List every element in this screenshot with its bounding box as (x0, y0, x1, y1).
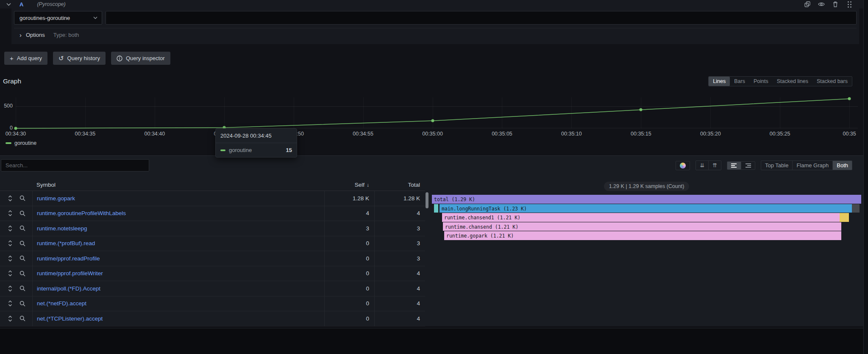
y-axis-label: 500 (4, 103, 13, 109)
total-value: 1.28 K (374, 191, 425, 206)
expand-stack-icon[interactable] (7, 210, 14, 217)
search-symbol-icon[interactable] (19, 240, 26, 247)
legend-item[interactable]: goroutine (6, 140, 36, 146)
graph-mode-tab[interactable]: Points (749, 77, 773, 86)
total-value: 3 (374, 236, 425, 251)
x-axis-label: 00:35:00 (422, 131, 443, 137)
flame-bar-label: main.longRunningTask (1.23 K) (440, 206, 527, 212)
expand-stack-icon[interactable] (7, 300, 14, 307)
data-point-dot (431, 119, 434, 122)
options-toggle-row[interactable]: › Options Type: both (14, 28, 857, 41)
search-symbol-icon[interactable] (19, 315, 26, 322)
align-left-icon (731, 163, 737, 168)
drag-handle-icon[interactable] (846, 1, 853, 8)
symbol-link[interactable]: runtime.gopark (32, 191, 324, 206)
flame-bar-label (840, 215, 842, 221)
flame-bar[interactable] (840, 213, 849, 222)
symbol-link[interactable]: runtime.goroutineProfileWithLabels (32, 206, 324, 221)
graph-mode-tab[interactable]: Lines (709, 77, 730, 86)
x-axis-label: 00:35:15 (631, 131, 651, 137)
align-text-left-button[interactable] (727, 162, 741, 169)
sort-desc-icon: ↓ (367, 182, 369, 188)
flame-bar[interactable]: runtime.chansend1 (1.21 K) (442, 213, 840, 222)
options-label: Options (26, 32, 45, 38)
graph-mode-tab[interactable]: Bars (730, 77, 749, 86)
disable-query-eye-icon[interactable] (818, 1, 825, 8)
table-row[interactable]: runtime.(*profBuf).read 0 3 (0, 236, 425, 252)
chevron-down-icon (93, 17, 97, 19)
table-scrollbar-thumb[interactable] (426, 192, 428, 208)
expand-stack-icon[interactable] (7, 285, 14, 292)
total-value: 4 (374, 266, 425, 281)
expand-stack-icon[interactable] (7, 315, 14, 322)
table-row[interactable]: net.(*netFD).accept 0 4 (0, 296, 425, 312)
expand-stack-icon[interactable] (7, 270, 14, 277)
search-symbol-icon[interactable] (19, 255, 26, 262)
table-row[interactable]: runtime.goroutineProfileWithLabels 4 4 (0, 206, 425, 221)
expand-all-button[interactable]: ⇈ (708, 161, 721, 170)
table-row[interactable]: runtime.notetsleepg 3 3 (0, 221, 425, 236)
symbol-link[interactable]: runtime.notetsleepg (32, 221, 324, 236)
graph-mode-tab[interactable]: Stacked bars (812, 77, 852, 86)
graph-title: Graph (3, 77, 21, 85)
x-axis-label: 00:35:25 (770, 131, 790, 137)
flame-bar[interactable]: runtime.chansend (1.21 K) (443, 222, 841, 231)
duplicate-query-icon[interactable] (804, 1, 811, 8)
graph-mode-tab[interactable]: Stacked lines (773, 77, 812, 86)
column-symbol[interactable]: Symbol (32, 182, 324, 188)
view-mode-tab[interactable]: Flame Graph (792, 161, 832, 170)
search-symbol-icon[interactable] (19, 270, 26, 277)
align-right-icon (745, 163, 751, 168)
search-symbol-icon[interactable] (19, 210, 26, 217)
expand-stack-icon[interactable] (7, 225, 14, 232)
table-row[interactable]: net.(*TCPListener).accept 0 4 (0, 311, 425, 326)
flame-bar[interactable] (852, 204, 860, 213)
self-value: 3 (324, 221, 374, 236)
self-value: 0 (324, 296, 374, 311)
symbol-link[interactable]: runtime/pprof.profileWriter (32, 266, 324, 281)
delete-query-trash-icon[interactable] (832, 1, 839, 8)
color-scheme-button[interactable] (676, 161, 690, 170)
table-row[interactable]: runtime/pprof.readProfile 0 3 (0, 251, 425, 266)
chevron-right-icon: › (19, 32, 22, 38)
profile-type-value: goroutines-goroutine (19, 15, 70, 21)
query-inspector-button[interactable]: Query inspector (111, 52, 170, 65)
symbol-link[interactable]: net.(*TCPListener).accept (32, 311, 324, 326)
view-mode-tab[interactable]: Both (832, 161, 852, 170)
label-selector-input[interactable] (106, 11, 857, 25)
symbol-link[interactable]: runtime.(*profBuf).read (32, 236, 324, 251)
table-row[interactable]: runtime.gopark 1.28 K 1.28 K (0, 191, 425, 206)
page-scrollbar-gutter[interactable] (863, 0, 868, 354)
search-symbol-icon[interactable] (19, 300, 26, 307)
flame-bar[interactable] (434, 204, 438, 213)
column-self[interactable]: Self↓ (324, 182, 374, 188)
symbol-link[interactable]: runtime/pprof.readProfile (32, 251, 324, 266)
graph-legend: goroutine (6, 140, 863, 146)
table-row[interactable]: internal/poll.(*FD).Accept 0 4 (0, 281, 425, 296)
view-mode-tab[interactable]: Top Table (761, 161, 792, 170)
search-symbol-icon[interactable] (19, 285, 26, 292)
collapse-all-button[interactable]: ⇊ (696, 161, 708, 170)
timeseries-chart: 0500 00:34:3000:34:3500:34:4000:34:4500:… (0, 97, 863, 128)
symbol-link[interactable]: net.(*netFD).accept (32, 296, 324, 311)
flame-bar[interactable]: main.longRunningTask (1.23 K) (440, 204, 851, 213)
search-input[interactable] (1, 159, 149, 171)
total-value: 3 (374, 251, 425, 266)
query-history-button[interactable]: ↺ Query history (53, 52, 106, 65)
x-axis-label: 00:34:35 (75, 131, 96, 137)
add-query-button[interactable]: + Add query (4, 52, 47, 65)
profile-type-select[interactable]: goroutines-goroutine (14, 11, 102, 25)
search-symbol-icon[interactable] (19, 195, 26, 202)
expand-stack-icon[interactable] (7, 195, 14, 202)
plot-area[interactable]: 00:34:3000:34:3500:34:4000:34:4500:34:50… (16, 97, 858, 128)
align-text-right-button[interactable] (741, 162, 755, 169)
flame-bar[interactable]: runtime.gopark (1.21 K) (444, 231, 841, 240)
collapse-query-icon[interactable] (5, 1, 12, 8)
table-row[interactable]: runtime/pprof.profileWriter 0 4 (0, 266, 425, 282)
expand-stack-icon[interactable] (7, 240, 14, 247)
expand-stack-icon[interactable] (7, 255, 14, 262)
search-symbol-icon[interactable] (19, 225, 26, 232)
column-total[interactable]: Total (374, 182, 425, 188)
flame-bar[interactable]: total (1.29 K) (432, 195, 861, 204)
symbol-link[interactable]: internal/poll.(*FD).Accept (32, 281, 324, 296)
